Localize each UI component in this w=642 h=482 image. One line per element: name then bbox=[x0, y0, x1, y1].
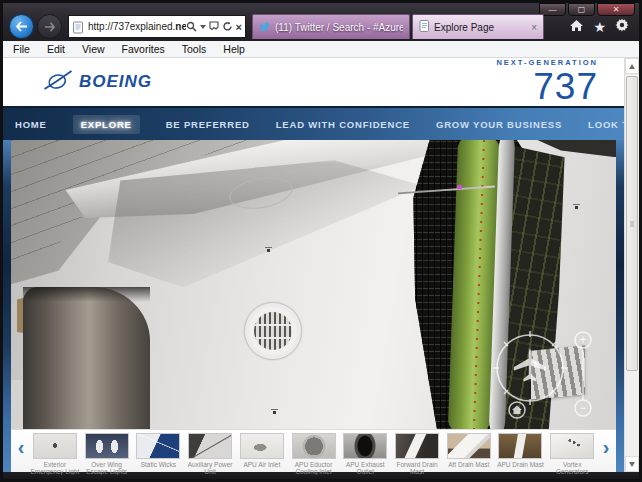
thumbnail-exterior-emergency-light[interactable]: Exterior Emergency Light bbox=[29, 433, 81, 475]
menu-favorites[interactable]: Favorites bbox=[122, 43, 165, 55]
tab-explore-page[interactable]: Explore Page × bbox=[412, 14, 544, 39]
thumbnail-image[interactable] bbox=[136, 433, 180, 459]
menu-file[interactable]: File bbox=[13, 43, 30, 55]
refresh-icon[interactable] bbox=[222, 18, 233, 36]
next-chevron-icon[interactable]: › bbox=[598, 433, 614, 461]
menu-bar: File Edit View Favorites Tools Help bbox=[3, 41, 639, 58]
thumbnail-apu-air-inlet[interactable]: APU Air Inlet bbox=[236, 433, 288, 468]
tab-close-icon[interactable]: × bbox=[531, 22, 537, 33]
thumbnail-image[interactable] bbox=[33, 433, 77, 459]
title-bar: — ▢ ✕ http://737explained.newairplane.co… bbox=[3, 3, 639, 41]
nav-item-explore[interactable]: EXPLORE bbox=[73, 115, 140, 134]
boeing-swoosh-icon bbox=[43, 68, 73, 96]
back-button[interactable] bbox=[9, 14, 34, 39]
thumbnail-caption: Aft Drain Mast bbox=[443, 461, 495, 468]
fuselage-placard bbox=[265, 247, 272, 252]
zoom-in-button: + bbox=[579, 333, 586, 347]
compatibility-view-icon[interactable] bbox=[209, 18, 219, 36]
program-number: 737 bbox=[496, 68, 598, 105]
program-badge: NEXT-GENERATION 737 bbox=[496, 59, 598, 105]
nav-item-lead-with-confidence[interactable]: LEAD WITH CONFIDENCE bbox=[276, 119, 410, 130]
caret-down-icon[interactable] bbox=[200, 25, 206, 29]
fuselage-placard bbox=[271, 409, 278, 414]
thumbnail-over-wing-escape-lights[interactable]: Over Wing Escape Lights bbox=[81, 433, 133, 475]
thumbnail-aft-drain-mast[interactable]: Aft Drain Mast bbox=[443, 433, 495, 468]
site-header: BOEING NEXT-GENERATION 737 bbox=[3, 58, 624, 106]
thumbnail-image[interactable] bbox=[343, 433, 387, 459]
menu-edit[interactable]: Edit bbox=[47, 43, 65, 55]
menu-view[interactable]: View bbox=[82, 43, 105, 55]
scroll-up-button[interactable] bbox=[625, 58, 639, 74]
thumbnail-caption: Static Wicks bbox=[132, 461, 184, 468]
thumbnail-caption: APU Exhaust Outlet bbox=[339, 461, 391, 475]
ie-page-icon bbox=[419, 18, 430, 36]
thumbnail-caption: Auxiliary Power Unit bbox=[184, 461, 236, 475]
airplane-top-view-icon bbox=[514, 348, 546, 382]
compass-home-button bbox=[509, 402, 525, 418]
browser-window: — ▢ ✕ http://737explained.newairplane.co… bbox=[0, 0, 642, 482]
apu-exhaust-cylinder bbox=[23, 287, 150, 429]
zoom-out-button: − bbox=[579, 401, 586, 415]
thumbnail-apu-eductor-cooling-inlet[interactable]: APU Eductor Cooling Inlet bbox=[288, 433, 340, 475]
back-arrow-icon bbox=[15, 21, 28, 32]
thumbnail-static-wicks[interactable]: Static Wicks bbox=[132, 433, 184, 468]
vertical-scrollbar[interactable] bbox=[624, 58, 639, 472]
fuselage-placard bbox=[573, 204, 580, 209]
ie-page-icon bbox=[72, 20, 85, 33]
thumbnail-forward-drain-mast[interactable]: Forward Drain Mast bbox=[391, 433, 443, 475]
magenta-marker bbox=[457, 185, 462, 189]
thumbnail-image[interactable] bbox=[498, 433, 542, 459]
thumbnail-image[interactable] bbox=[240, 433, 284, 459]
thumbnail-caption: APU Air Inlet bbox=[236, 461, 288, 468]
nav-item-home[interactable]: HOME bbox=[15, 119, 47, 130]
settings-gear-icon[interactable] bbox=[615, 18, 629, 36]
thumbnail-caption: Over Wing Escape Lights bbox=[81, 461, 133, 475]
stop-icon[interactable]: × bbox=[236, 22, 242, 32]
nav-item-grow-your-business[interactable]: GROW YOUR BUSINESS bbox=[436, 119, 562, 130]
thumbnail-apu-exhaust-outlet[interactable]: APU Exhaust Outlet bbox=[339, 433, 391, 475]
search-icon[interactable] bbox=[186, 18, 197, 36]
thumbnail-image[interactable] bbox=[292, 433, 336, 459]
forward-arrow-icon bbox=[44, 22, 56, 32]
nav-item-be-preferred[interactable]: BE PREFERRED bbox=[166, 119, 250, 130]
thumbnail-image[interactable] bbox=[85, 433, 129, 459]
scrollbar-thumb[interactable] bbox=[626, 76, 638, 371]
tab-twitter[interactable]: (11) Twitter / Search - #Azure bbox=[252, 14, 410, 39]
prev-chevron-icon[interactable]: ‹ bbox=[13, 433, 29, 461]
tab-label: Explore Page bbox=[434, 22, 527, 33]
address-bar[interactable]: http://737explained.newairplane.com/#/Ex… bbox=[68, 15, 246, 38]
thumbnail-image[interactable] bbox=[395, 433, 439, 459]
scrollbar-track[interactable] bbox=[625, 74, 639, 456]
cooling-vent-grille bbox=[244, 302, 302, 360]
favorites-star-icon[interactable]: ★ bbox=[593, 20, 606, 34]
boeing-logo-text: BOEING bbox=[79, 72, 152, 92]
tab-label: (11) Twitter / Search - #Azure bbox=[275, 22, 403, 33]
thumbnail-strip: ‹ Exterior Emergency Light Over Wing Esc… bbox=[11, 429, 616, 472]
forward-button[interactable] bbox=[37, 14, 62, 39]
site-nav: HOME EXPLORE BE PREFERRED LEAD WITH CONF… bbox=[3, 106, 624, 140]
thumbnail-image[interactable] bbox=[447, 433, 491, 459]
thumbnail-auxiliary-power-unit[interactable]: Auxiliary Power Unit bbox=[184, 433, 236, 475]
boeing-logo[interactable]: BOEING bbox=[43, 68, 152, 96]
viewer-compass-widget[interactable]: + − bbox=[486, 326, 598, 420]
url-text[interactable]: http://737explained.newairplane.com/#/Ex… bbox=[88, 21, 186, 32]
thumbnail-caption: Exterior Emergency Light bbox=[29, 461, 81, 475]
twitter-bird-icon bbox=[259, 18, 271, 36]
aircraft-photo[interactable]: + − bbox=[11, 140, 616, 429]
thumbnail-image[interactable] bbox=[188, 433, 232, 459]
scroll-down-button[interactable] bbox=[625, 456, 639, 472]
thumbnail-image[interactable] bbox=[550, 433, 594, 459]
thumbnail-caption: Forward Drain Mast bbox=[391, 461, 443, 475]
web-page: BOEING NEXT-GENERATION 737 HOME EXPLORE … bbox=[3, 58, 624, 472]
menu-tools[interactable]: Tools bbox=[182, 43, 207, 55]
thumbnail-caption: Vortex Generators bbox=[546, 461, 598, 475]
viewer-stage: + − ‹ Exterior Emergency Light Over Wing bbox=[3, 140, 624, 472]
home-icon[interactable] bbox=[569, 18, 584, 36]
thumbnail-caption: APU Drain Mast bbox=[495, 461, 547, 468]
thumbnail-apu-drain-mast[interactable]: APU Drain Mast bbox=[495, 433, 547, 468]
menu-help[interactable]: Help bbox=[223, 43, 245, 55]
down-arrow-icon bbox=[629, 462, 635, 467]
up-arrow-icon bbox=[629, 64, 635, 69]
thumbnail-vortex-generators[interactable]: Vortex Generators bbox=[546, 433, 598, 475]
scrollbar-grip bbox=[629, 220, 635, 227]
